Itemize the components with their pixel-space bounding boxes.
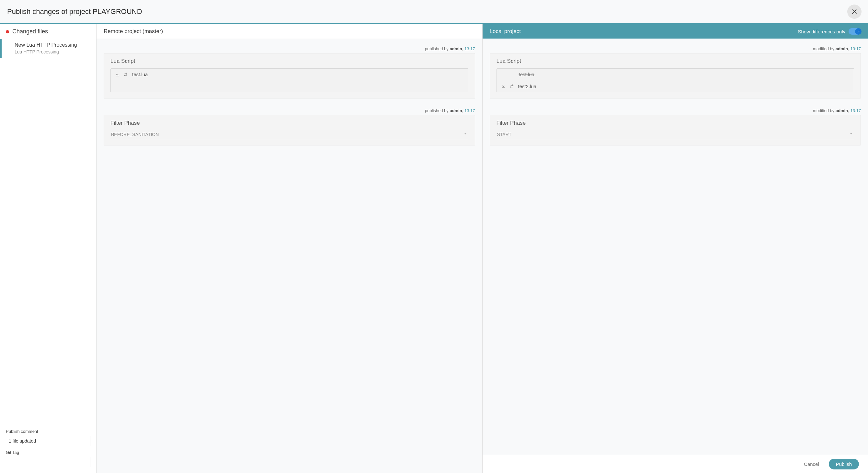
sidebar-bottom: Publish comment Git Tag: [0, 425, 96, 473]
dialog-header: Publish changes of project PLAYGROUND: [0, 0, 868, 24]
main-area: Changed files New Lua HTTP Processing Lu…: [0, 24, 868, 473]
local-card-title-1: Filter Phase: [497, 120, 855, 126]
remote-card-title-1: Filter Phase: [111, 120, 468, 126]
remote-card-title-0: Lua Script: [111, 58, 468, 64]
chevron-down-icon: [849, 131, 854, 137]
download-icon: [501, 84, 506, 89]
remote-file-list: test.lua: [111, 68, 468, 92]
local-meta-1: modified by admin, 13:17: [490, 108, 861, 113]
remote-meta-1: published by admin, 13:17: [104, 108, 475, 113]
close-button[interactable]: [847, 4, 862, 19]
publish-comment-label: Publish comment: [6, 429, 90, 434]
remote-card-filter-phase: Filter Phase BEFORE_SANITATION: [104, 115, 475, 145]
swap-icon: [123, 72, 128, 77]
local-card-filter-phase: Filter Phase START: [490, 115, 861, 145]
git-tag-input[interactable]: [6, 457, 90, 467]
download-icon: [115, 72, 120, 77]
close-icon: [851, 8, 858, 15]
swap-icon: [509, 84, 514, 89]
chevron-down-icon: [463, 131, 468, 137]
local-filter-phase-select[interactable]: START: [497, 130, 855, 139]
git-tag-label: Git Tag: [6, 450, 90, 455]
file-name: test.lua: [132, 71, 464, 77]
toggle-switch[interactable]: [848, 28, 861, 35]
diff-area: Remote project (master) published by adm…: [96, 24, 868, 473]
toggle-knob: [855, 28, 862, 35]
file-row[interactable]: test2.lua: [497, 80, 854, 92]
local-meta-0: modified by admin, 13:17: [490, 46, 861, 51]
file-name: test2.lua: [518, 84, 850, 89]
file-row: test.lua: [497, 69, 854, 80]
changed-file-name: New Lua HTTP Processing: [14, 42, 90, 48]
publish-button[interactable]: Publish: [829, 459, 859, 469]
show-differences-toggle[interactable]: Show differences only: [798, 28, 861, 35]
remote-pane: Remote project (master) published by adm…: [96, 24, 483, 473]
local-pane-header: Local project Show differences only: [483, 24, 868, 38]
select-value: START: [497, 132, 512, 137]
file-name: test.lua: [519, 71, 850, 77]
local-pane: Local project Show differences only modi…: [483, 24, 868, 473]
remote-pane-header: Remote project (master): [96, 24, 482, 38]
sidebar: Changed files New Lua HTTP Processing Lu…: [0, 24, 96, 473]
show-differences-label: Show differences only: [798, 29, 845, 34]
remote-meta-0: published by admin, 13:17: [104, 46, 475, 51]
remote-card-lua-script: Lua Script test.lua: [104, 53, 475, 98]
publish-comment-input[interactable]: [6, 436, 90, 446]
check-icon: [857, 30, 860, 33]
dialog-title: Publish changes of project PLAYGROUND: [7, 7, 142, 16]
sidebar-header-label: Changed files: [12, 28, 48, 35]
select-value: BEFORE_SANITATION: [111, 132, 159, 137]
remote-filter-phase-select[interactable]: BEFORE_SANITATION: [111, 130, 468, 139]
changed-indicator-icon: [6, 30, 9, 33]
local-card-title-0: Lua Script: [497, 58, 855, 64]
changed-file-subtitle: Lua HTTP Processing: [14, 49, 90, 54]
cancel-button[interactable]: Cancel: [800, 460, 823, 469]
local-card-lua-script: Lua Script test.lua test2.lua: [490, 53, 861, 98]
file-row: [111, 80, 468, 92]
footer: Cancel Publish: [483, 455, 868, 473]
file-row[interactable]: test.lua: [111, 69, 468, 80]
sidebar-header: Changed files: [0, 24, 96, 39]
local-file-list: test.lua test2.lua: [497, 68, 855, 92]
local-pane-title: Local project: [490, 28, 521, 35]
changed-file-item[interactable]: New Lua HTTP Processing Lua HTTP Process…: [0, 39, 96, 58]
remote-pane-title: Remote project (master): [104, 28, 163, 35]
